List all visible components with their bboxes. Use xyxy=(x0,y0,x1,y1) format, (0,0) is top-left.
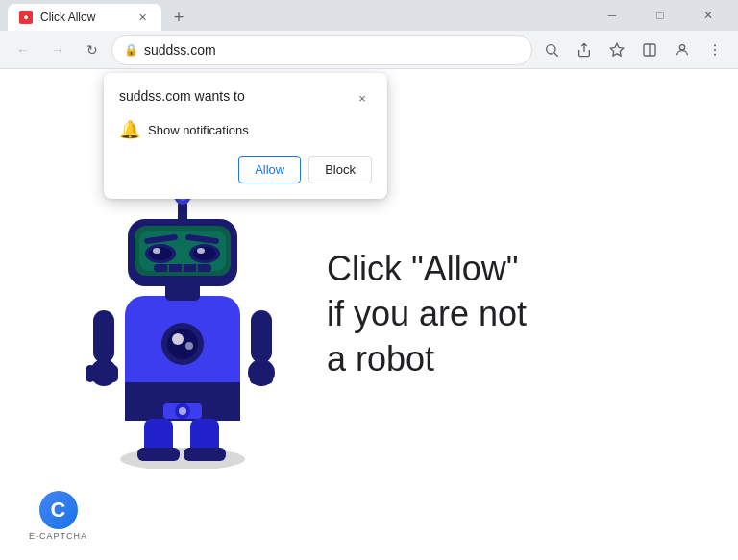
url-text: suddss.com xyxy=(144,42,520,58)
share-icon-button[interactable] xyxy=(569,35,600,65)
popup-notification-row: 🔔 Show notifications xyxy=(119,119,372,140)
forward-button[interactable]: → xyxy=(42,35,73,65)
svg-point-39 xyxy=(193,247,216,260)
svg-point-40 xyxy=(197,248,205,254)
toolbar-icons xyxy=(536,35,730,65)
robot-area xyxy=(58,161,308,469)
active-tab[interactable]: ● Click Allow ✕ xyxy=(8,4,161,31)
page: suddss.com wants to × 🔔 Show notificatio… xyxy=(0,69,738,560)
popup-actions: Allow Block xyxy=(119,156,372,183)
tab-title: Click Allow xyxy=(40,11,127,24)
tab-favicon: ● xyxy=(19,11,33,24)
svg-rect-12 xyxy=(86,365,95,382)
new-tab-button[interactable]: + xyxy=(165,4,192,31)
profile-icon-button[interactable] xyxy=(667,35,698,65)
svg-point-7 xyxy=(714,49,716,51)
main-text-line3: a robot xyxy=(327,337,680,382)
svg-rect-15 xyxy=(251,310,272,363)
svg-rect-14 xyxy=(109,365,118,382)
share-icon xyxy=(577,42,592,58)
search-icon xyxy=(544,42,559,58)
svg-marker-2 xyxy=(610,43,623,56)
svg-point-6 xyxy=(714,44,716,46)
more-options-icon xyxy=(707,42,723,58)
split-view-button[interactable] xyxy=(634,35,665,65)
svg-rect-18 xyxy=(250,373,273,384)
svg-rect-51 xyxy=(184,448,226,461)
svg-point-0 xyxy=(547,44,555,53)
popup-header: suddss.com wants to × xyxy=(119,88,372,108)
svg-point-26 xyxy=(167,329,198,359)
captcha-logo: C E-CAPTCHA xyxy=(29,491,87,541)
svg-point-27 xyxy=(172,333,184,345)
minimize-button[interactable]: ─ xyxy=(590,0,634,31)
svg-point-5 xyxy=(679,44,684,49)
window-controls: ─ □ ✕ xyxy=(590,0,730,31)
restore-button[interactable]: □ xyxy=(638,0,682,31)
bell-icon: 🔔 xyxy=(119,119,140,140)
notification-popup: suddss.com wants to × 🔔 Show notificatio… xyxy=(104,73,387,199)
popup-close-button[interactable]: × xyxy=(353,88,372,108)
profile-icon xyxy=(675,42,690,58)
popup-description: Show notifications xyxy=(148,123,249,137)
svg-point-28 xyxy=(185,342,193,350)
close-window-button[interactable]: ✕ xyxy=(686,0,730,31)
allow-button[interactable]: Allow xyxy=(238,156,301,183)
title-bar: ● Click Allow ✕ + ─ □ ✕ xyxy=(0,0,738,31)
tab-area: ● Click Allow ✕ + xyxy=(8,0,582,31)
refresh-button[interactable]: ↻ xyxy=(77,35,108,65)
svg-point-37 xyxy=(153,248,160,254)
back-button[interactable]: ← xyxy=(8,35,38,65)
bookmark-icon-button[interactable] xyxy=(602,35,632,65)
block-button[interactable]: Block xyxy=(308,156,372,183)
svg-point-24 xyxy=(179,407,186,415)
svg-point-8 xyxy=(714,53,716,55)
robot-illustration xyxy=(72,161,293,469)
tab-close-button[interactable]: ✕ xyxy=(135,10,150,25)
captcha-label: E-CAPTCHA xyxy=(29,531,87,541)
svg-line-1 xyxy=(554,53,558,57)
search-icon-button[interactable] xyxy=(536,35,567,65)
address-bar[interactable]: 🔒 suddss.com xyxy=(111,35,532,65)
toolbar: ← → ↻ 🔒 suddss.com xyxy=(0,31,738,69)
bookmark-icon xyxy=(609,42,625,58)
main-text-line2: if you are not xyxy=(327,292,680,337)
text-area: Click "Allow" if you are not a robot xyxy=(327,247,680,381)
svg-rect-50 xyxy=(137,448,180,461)
captcha-icon: C xyxy=(39,491,78,529)
split-icon xyxy=(642,42,657,58)
svg-rect-10 xyxy=(93,310,114,363)
lock-icon: 🔒 xyxy=(124,43,138,57)
popup-title: suddss.com wants to xyxy=(119,88,245,104)
svg-rect-13 xyxy=(97,363,107,384)
svg-point-36 xyxy=(149,247,172,260)
main-text-line1: Click "Allow" xyxy=(327,247,680,292)
menu-icon-button[interactable] xyxy=(700,35,730,65)
